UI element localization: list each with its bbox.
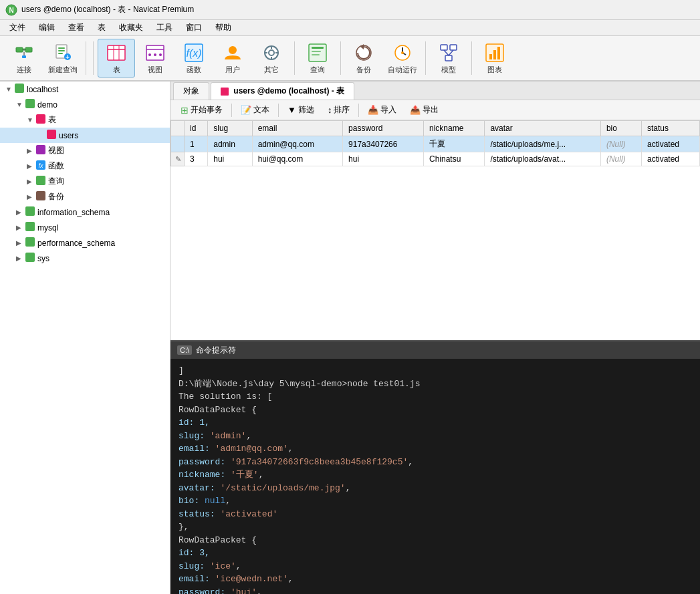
col-header-id[interactable]: id [185,121,208,136]
tree-item-视图[interactable]: ▶视图 [0,143,170,158]
tree-item-performance_schema[interactable]: ▶performance_schema [0,235,170,251]
terminal-content[interactable]: ]D:\前端\Node.js\day 5\mysql-demo>node tes… [170,359,700,594]
terminal-line: status: 'activated' [179,508,692,521]
cell-slug[interactable]: hui [208,152,252,166]
cell-bio[interactable]: (Null) [600,152,641,166]
terminal-line: password: '917a34072663f9c8beea3b45e8f12… [179,456,692,469]
col-header-nickname[interactable]: nickname [423,121,484,136]
new-query-icon: + [52,42,74,63]
sort-button[interactable]: ↕ 排序 [322,102,356,118]
col-header-slug[interactable]: slug [208,121,252,136]
toolbar-sep-after-query [340,41,341,75]
svg-rect-42 [441,45,447,50]
toolbar-btn-user[interactable]: 用户 [214,39,251,78]
col-header-password[interactable]: password [343,121,424,136]
toolbar-btn-model[interactable]: 模型 [430,39,467,78]
menu-item-文件[interactable]: 文件 [3,21,32,35]
text-button[interactable]: 📝 文本 [235,102,275,118]
tab-object[interactable]: 对象 [173,82,209,100]
tree-item-查询[interactable]: ▶查询 [0,174,170,189]
toolbar-btn-model-label: 模型 [441,65,456,75]
tree-item-demo[interactable]: ▼demo [0,97,170,112]
tree-icon-demo [25,99,35,110]
toolbar-btn-backup-label: 备份 [356,65,371,75]
import-button[interactable]: 📥 导入 [362,102,402,118]
cell-nickname[interactable]: Chinatsu [423,152,484,166]
cell-bio[interactable]: (Null) [600,136,641,152]
tree-label-查询: 查询 [48,176,64,187]
terminal-line: slug: 'admin', [179,430,692,443]
tree-item-information_schema[interactable]: ▶information_schema [0,204,170,220]
terminal-line: nickname: '千夏', [179,468,692,482]
toolbar-btn-backup[interactable]: 备份 [345,39,382,78]
tree-icon-sys [25,253,35,264]
table-row[interactable]: 1adminadmin@qq.com917a3407266千夏/static/u… [171,136,700,152]
cell-status[interactable]: activated [641,136,699,152]
menu-item-表[interactable]: 表 [91,21,112,35]
data-table[interactable]: id slug email password nickname avatar b… [170,120,700,340]
tree-icon-users [47,130,56,141]
svg-line-45 [444,50,449,55]
cell-id[interactable]: 3 [185,152,208,166]
tree-item-users[interactable]: users [0,128,170,143]
cell-email[interactable]: admin@qq.com [252,136,342,152]
toolbar-btn-chart[interactable]: 图表 [476,39,513,78]
toolbar-btn-table[interactable]: 表 [98,39,135,78]
tree-arrow: ▶ [27,193,36,200]
col-header-email[interactable]: email [252,121,342,136]
cell-avatar[interactable]: /static/uploads/avat... [485,152,601,166]
toolbar-sep-before-table [93,41,94,75]
toolbar-btn-autorun-label: 自动运行 [388,65,417,75]
begin-transaction-button[interactable]: ⊞ 开始事务 [174,102,229,118]
tree-label-localhost: localhost [27,85,58,94]
tree-item-sys[interactable]: ▶sys [0,251,170,266]
svg-point-21 [154,53,156,56]
menu-item-窗口[interactable]: 窗口 [179,21,209,35]
menu-item-编辑[interactable]: 编辑 [32,21,62,35]
tree-item-localhost[interactable]: ▼localhost [0,82,170,97]
col-header-bio[interactable]: bio [600,121,641,136]
toolbar-btn-other[interactable]: 其它 [253,39,290,78]
cell-email[interactable]: hui@qq.com [252,152,342,166]
menu-item-收藏夹[interactable]: 收藏夹 [112,21,150,35]
cell-id[interactable]: 1 [185,136,208,152]
tree-label-函数: 函数 [48,160,64,172]
tab-table[interactable]: users @demo (localhost) - 表 [211,82,354,100]
toolbar-btn-query[interactable]: 查询 [299,39,336,78]
tree-arrow: ▼ [5,86,15,93]
tree-item-表[interactable]: ▼表 [0,112,170,128]
cell-password[interactable]: hui [343,152,424,166]
toolbar-btn-new-query[interactable]: +新建查询 [44,39,82,78]
export-button[interactable]: 📤 导出 [404,102,445,118]
col-header-status[interactable]: status [641,121,699,136]
tree-item-mysql[interactable]: ▶mysql [0,220,170,235]
svg-rect-18 [146,45,164,60]
action-separator-2 [278,104,279,117]
tree-item-备份[interactable]: ▶备份 [0,189,170,204]
filter-button[interactable]: ▼ 筛选 [281,102,320,118]
toolbar: 连接+新建查询表视图f(x)函数用户其它查询备份自动运行模型图表 [0,36,700,82]
menu-item-帮助[interactable]: 帮助 [209,21,238,35]
svg-rect-51 [15,84,24,93]
menu-item-工具[interactable]: 工具 [150,21,179,35]
tree-label-performance_schema: performance_schema [37,239,115,248]
svg-rect-63 [25,253,35,262]
svg-rect-32 [309,44,326,61]
tree-label-sys: sys [37,254,49,263]
terminal-line: id: 1, [179,416,692,430]
tree-item-函数[interactable]: ▶fx函数 [0,158,170,174]
cell-password[interactable]: 917a3407266 [343,136,424,152]
cell-avatar[interactable]: /static/uploads/me.j... [485,136,601,152]
menu-item-查看[interactable]: 查看 [62,21,91,35]
svg-point-22 [159,53,162,56]
col-header-avatar[interactable]: avatar [485,121,601,136]
table-row[interactable]: ✎3huihui@qq.comhuiChinatsu/static/upload… [171,152,700,166]
cell-nickname[interactable]: 千夏 [423,136,484,152]
toolbar-btn-view[interactable]: 视图 [136,39,174,78]
toolbar-btn-connect[interactable]: 连接 [5,39,43,78]
toolbar-btn-autorun[interactable]: 自动运行 [384,39,421,78]
menu-bar: 文件编辑查看表收藏夹工具窗口帮助 [0,20,700,36]
cell-status[interactable]: activated [641,152,699,166]
toolbar-btn-function[interactable]: f(x)函数 [175,39,213,78]
cell-slug[interactable]: admin [208,136,252,152]
